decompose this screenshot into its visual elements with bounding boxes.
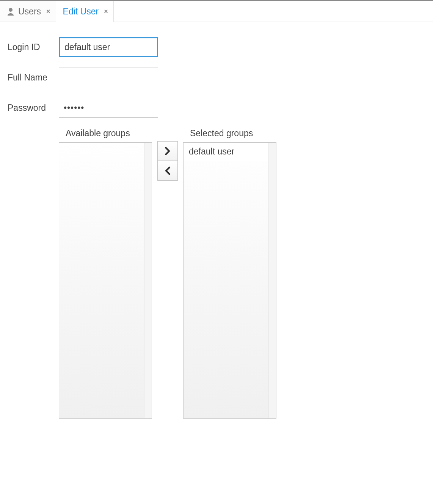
full-name-input[interactable] [59,68,158,87]
login-id-label: Login ID [8,42,59,52]
login-id-input[interactable] [59,37,158,57]
scrollbar[interactable] [268,143,276,418]
user-icon [7,7,14,16]
password-label: Password [8,103,59,113]
edit-user-form: Login ID Full Name Password Available gr… [0,22,433,419]
close-icon[interactable]: × [104,8,108,15]
move-left-button[interactable] [157,161,178,181]
tabstrip: Users × Edit User × [0,1,433,22]
password-input[interactable] [59,98,158,118]
tab-label: Edit User [63,6,99,17]
available-groups-label: Available groups [59,128,152,139]
svg-point-0 [9,8,13,12]
scrollbar[interactable] [144,143,152,418]
selected-groups-label: Selected groups [183,128,276,139]
tab-users[interactable]: Users × [0,1,56,22]
selected-groups-list[interactable]: default user [183,142,276,419]
chevron-left-icon [165,167,171,175]
chevron-right-icon [165,147,171,155]
list-item[interactable]: default user [184,143,276,161]
tab-edit-user[interactable]: Edit User × [56,1,114,22]
available-groups-list[interactable] [59,142,152,419]
close-icon[interactable]: × [46,8,50,15]
tab-label: Users [18,6,41,17]
full-name-label: Full Name [8,72,59,83]
move-right-button[interactable] [157,141,178,161]
